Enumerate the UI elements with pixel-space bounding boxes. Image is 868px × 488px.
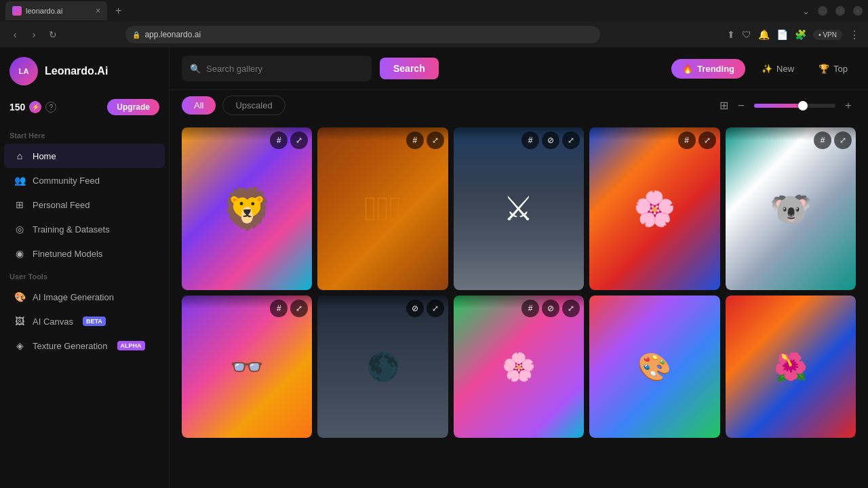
win-close[interactable]: ×: [853, 6, 863, 16]
remix-btn-5[interactable]: #: [814, 131, 831, 149]
sidebar-item-label-home: Home: [33, 151, 56, 161]
remix-btn-6[interactable]: #: [270, 300, 288, 317]
remix-btn-8[interactable]: #: [521, 300, 539, 317]
tab-close-btn[interactable]: ×: [96, 6, 100, 16]
extensions-icon[interactable]: 🧩: [795, 29, 806, 40]
gallery-item-7[interactable]: 🌑 ⊘ ⤢: [317, 296, 448, 438]
search-icon: 🔍: [190, 64, 201, 74]
item-5-overlay: # ⤢: [726, 127, 856, 153]
item-1-overlay: # ⤢: [182, 127, 312, 153]
sidebar-item-label-training: Training & Datasets: [33, 224, 110, 235]
sidebar-item-finetuned-models[interactable]: ◉ Finetuned Models: [4, 241, 165, 266]
menu-icon[interactable]: ⋮: [849, 28, 860, 41]
top-bar: 🔍 Search 🔥 Trending ✨ New 🏆 Top: [170, 47, 868, 90]
user-tools-label: User Tools: [0, 266, 169, 285]
filter-upscaled-tab[interactable]: Upscaled: [222, 96, 285, 115]
info-icon[interactable]: ?: [45, 102, 56, 113]
gallery-item-2[interactable]: 𓀀𓁀𓂀 # ⤢: [317, 127, 448, 290]
address-text: app.leonardo.ai: [144, 30, 201, 39]
zoom-plus-btn[interactable]: +: [841, 98, 856, 113]
reader-icon[interactable]: 📄: [776, 29, 788, 40]
upgrade-button[interactable]: Upgrade: [107, 99, 159, 115]
shield-icon[interactable]: 🛡: [742, 29, 751, 40]
tab-new-btn[interactable]: +: [110, 5, 127, 17]
nav-refresh[interactable]: ↻: [46, 28, 60, 41]
expand-btn-6[interactable]: ⤢: [290, 300, 308, 317]
remix-btn-4[interactable]: #: [678, 131, 696, 149]
top-button[interactable]: 🏆 Top: [810, 59, 856, 79]
logo-text: Leonardo.Ai: [45, 65, 108, 77]
training-icon: ◎: [14, 223, 26, 235]
sidebar-item-ai-canvas[interactable]: 🖼 AI Canvas BETA: [4, 309, 165, 333]
item-8-overlay: # ⊘ ⤢: [454, 296, 584, 321]
expand-btn-8[interactable]: ⤢: [562, 300, 580, 317]
sidebar-item-ai-image[interactable]: 🎨 AI Image Generation: [4, 285, 165, 309]
address-bar[interactable]: 🔒 app.leonardo.ai: [125, 26, 600, 43]
search-button[interactable]: Search: [380, 58, 439, 79]
expand-btn-9[interactable]: ⤢: [698, 300, 716, 317]
new-button[interactable]: ✨ New: [753, 59, 802, 79]
nav-forward[interactable]: ›: [27, 28, 41, 41]
gallery-item-1[interactable]: 🦁 # ⤢: [182, 127, 312, 290]
nav-back[interactable]: ‹: [8, 28, 22, 41]
remix-btn-9[interactable]: #: [678, 300, 696, 317]
top-label: Top: [833, 64, 848, 74]
credit-bar: 150 ⚡ ? Upgrade: [0, 95, 169, 125]
filter-all-tab[interactable]: All: [182, 96, 216, 115]
logo-avatar: LA: [9, 57, 38, 85]
remix-btn-3[interactable]: #: [521, 131, 539, 149]
gallery-item-10[interactable]: 🌺 ⤢: [726, 296, 856, 438]
search-input[interactable]: [206, 64, 363, 74]
remix-btn-2[interactable]: #: [406, 131, 424, 149]
sidebar-item-label-ai-canvas: AI Canvas: [33, 317, 73, 327]
slash-btn-3[interactable]: ⊘: [542, 131, 559, 149]
sidebar-item-texture-gen[interactable]: ◈ Texture Generation ALPHA: [4, 333, 165, 358]
flame-icon: 🔥: [682, 64, 693, 74]
app-container: LA Leonardo.Ai 150 ⚡ ? Upgrade Start Her…: [0, 47, 868, 488]
win-minimize[interactable]: —: [818, 6, 827, 16]
sidebar-item-training-datasets[interactable]: ◎ Training & Datasets: [4, 217, 165, 241]
tab-title: leonardo.ai: [26, 7, 62, 15]
beta-badge: BETA: [83, 317, 106, 326]
expand-btn[interactable]: ⤢: [290, 131, 308, 149]
trending-button[interactable]: 🔥 Trending: [671, 59, 745, 79]
browser-tab[interactable]: leonardo.ai ×: [5, 1, 107, 20]
credit-icon: ⚡: [29, 101, 41, 113]
expand-btn-5[interactable]: ⤢: [834, 131, 852, 149]
sidebar-item-personal-feed[interactable]: ⊞ Personal Feed: [4, 192, 165, 217]
ai-canvas-icon: 🖼: [14, 315, 26, 327]
gallery-item-9[interactable]: 🎨 # ⤢: [589, 296, 719, 438]
sidebar-item-community-feed[interactable]: 👥 Community Feed: [4, 168, 165, 192]
expand-btn-2[interactable]: ⤢: [427, 131, 444, 149]
search-container: 🔍: [182, 56, 372, 81]
browser-collapse-icon[interactable]: ⌄: [802, 6, 810, 16]
vpn-badge: • VPN: [813, 30, 842, 40]
gallery-item-4[interactable]: 🌸 # ⤢: [589, 127, 719, 290]
expand-btn-3[interactable]: ⤢: [562, 131, 580, 149]
zoom-slider[interactable]: [754, 104, 835, 108]
community-feed-icon: 👥: [14, 174, 26, 186]
item-4-overlay: # ⤢: [589, 127, 719, 153]
share-icon[interactable]: ⬆: [727, 29, 735, 40]
expand-btn-7[interactable]: ⤢: [427, 300, 444, 317]
item-7-overlay: ⊘ ⤢: [317, 296, 448, 321]
gallery-item-8[interactable]: 🌸 # ⊘ ⤢: [454, 296, 584, 438]
ai-image-icon: 🎨: [14, 291, 26, 303]
remix-btn[interactable]: #: [270, 131, 288, 149]
gallery-item-3[interactable]: ⚔ # ⊘ ⤢: [454, 127, 584, 290]
sidebar-item-label-finetuned: Finetuned Models: [33, 249, 102, 259]
gallery-item-6[interactable]: 👓 # ⤢: [182, 296, 312, 438]
alpha-badge: ALPHA: [117, 341, 145, 350]
expand-btn-10[interactable]: ⤢: [834, 300, 852, 317]
personal-feed-icon: ⊞: [14, 199, 26, 211]
win-maximize[interactable]: □: [835, 6, 845, 16]
sidebar-item-home[interactable]: ⌂ Home: [4, 144, 165, 168]
zoom-minus-btn[interactable]: −: [734, 98, 749, 113]
grid-toggle[interactable]: ⊞: [719, 99, 728, 112]
alerts-icon[interactable]: 🔔: [758, 29, 770, 40]
sidebar: LA Leonardo.Ai 150 ⚡ ? Upgrade Start Her…: [0, 47, 170, 488]
expand-btn-4[interactable]: ⤢: [698, 131, 716, 149]
slash-btn-7[interactable]: ⊘: [406, 300, 424, 317]
gallery-item-5[interactable]: 🐨 # ⤢: [726, 127, 856, 290]
slash-btn-8[interactable]: ⊘: [542, 300, 559, 317]
